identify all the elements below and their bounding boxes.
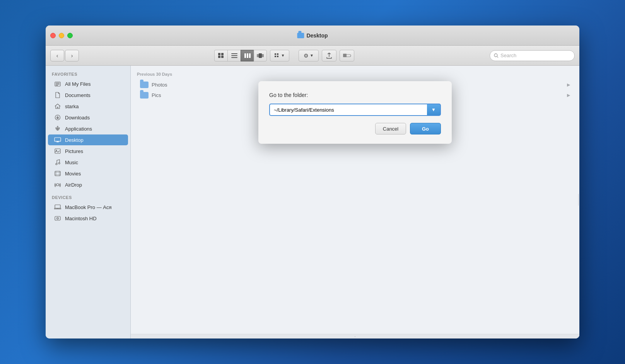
- svg-rect-1: [221, 53, 224, 55]
- svg-rect-7: [244, 53, 246, 58]
- sidebar-item-applications[interactable]: Applications: [48, 123, 128, 134]
- sidebar-item-desktop[interactable]: Desktop: [48, 134, 128, 145]
- column-view-icon: [244, 53, 251, 58]
- svg-rect-4: [231, 53, 237, 54]
- folder-path-input[interactable]: [269, 104, 427, 116]
- sidebar-movies-label: Movies: [65, 171, 81, 177]
- sidebar-item-music[interactable]: Music: [48, 157, 128, 168]
- dropdown-chevron-icon: ▼: [431, 107, 436, 112]
- svg-rect-23: [56, 84, 60, 85]
- toolbar: ‹ ›: [46, 46, 579, 66]
- list-view-button[interactable]: [227, 50, 241, 61]
- airdrop-icon: [54, 181, 61, 188]
- finder-window: Desktop ‹ ›: [46, 26, 579, 338]
- svg-rect-12: [261, 54, 264, 57]
- sidebar-item-airdrop[interactable]: AirDrop: [48, 179, 128, 190]
- cancel-button[interactable]: Cancel: [375, 123, 406, 134]
- sidebar-item-all-my-files[interactable]: All My Files: [48, 78, 128, 89]
- svg-rect-2: [218, 56, 220, 58]
- tag-icon: [343, 53, 351, 59]
- svg-rect-15: [275, 56, 276, 57]
- minimize-button[interactable]: [59, 33, 64, 38]
- sidebar-item-movies[interactable]: Movies: [48, 168, 128, 179]
- gear-dropdown-arrow: ▼: [310, 53, 314, 58]
- sidebar-applications-label: Applications: [65, 126, 92, 132]
- svg-rect-5: [231, 55, 237, 56]
- documents-icon: [54, 92, 61, 99]
- maximize-button[interactable]: [67, 33, 73, 38]
- sidebar-all-my-files-label: All My Files: [65, 81, 91, 87]
- modal-input-row: ▼: [269, 104, 441, 116]
- svg-point-39: [56, 184, 59, 186]
- sidebar-item-downloads[interactable]: Downloads: [48, 112, 128, 123]
- svg-rect-42: [57, 208, 58, 209]
- hd-icon: [54, 215, 61, 222]
- downloads-icon: [54, 114, 61, 121]
- sidebar-hd-label: Macintosh HD: [65, 216, 97, 221]
- sidebar-desktop-label: Desktop: [65, 137, 84, 143]
- search-placeholder: Search: [500, 53, 516, 58]
- svg-line-20: [497, 56, 499, 58]
- svg-rect-0: [218, 53, 220, 55]
- main-area: Favorites All My Files: [46, 66, 579, 338]
- svg-rect-14: [277, 53, 278, 55]
- sidebar-airdrop-label: AirDrop: [65, 182, 82, 188]
- svg-point-33: [58, 163, 60, 164]
- modal-overlay: Go to the folder: ▼ Cancel Go: [131, 66, 579, 338]
- path-dropdown-button[interactable]: ▼: [427, 104, 441, 116]
- sidebar-downloads-label: Downloads: [65, 115, 90, 121]
- svg-rect-24: [56, 85, 58, 86]
- traffic-lights: [50, 33, 73, 38]
- sidebar-item-macintosh-hd[interactable]: Macintosh HD: [48, 213, 128, 224]
- sidebar-item-pictures[interactable]: Pictures: [48, 146, 128, 156]
- sidebar-pictures-label: Pictures: [65, 148, 83, 154]
- tag-button[interactable]: [340, 50, 354, 61]
- all-my-files-icon: [54, 80, 61, 87]
- sidebar-music-label: Music: [65, 160, 78, 165]
- music-icon: [54, 159, 61, 166]
- svg-rect-8: [247, 53, 248, 58]
- grid-view-icon: [218, 53, 224, 58]
- content-area: Previous 30 Days Photos ▶ Pics ▶: [131, 66, 579, 338]
- action-button[interactable]: ⚙ ▼: [299, 50, 319, 61]
- list-view-icon: [231, 53, 237, 58]
- search-box[interactable]: Search: [490, 50, 575, 61]
- movies-icon: [54, 170, 61, 177]
- icon-view-button[interactable]: [214, 50, 227, 61]
- forward-button[interactable]: ›: [65, 50, 79, 61]
- svg-rect-13: [275, 53, 276, 55]
- share-button[interactable]: [322, 50, 336, 61]
- coverflow-icon: [257, 53, 264, 58]
- svg-point-19: [494, 54, 497, 57]
- pictures-icon: [54, 148, 61, 155]
- sidebar-item-starka[interactable]: starka: [48, 101, 128, 112]
- go-to-folder-modal: Go to the folder: ▼ Cancel Go: [258, 81, 452, 144]
- go-button[interactable]: Go: [410, 123, 441, 134]
- macbook-icon: [54, 204, 61, 211]
- svg-rect-29: [56, 141, 59, 142]
- forward-icon: ›: [71, 53, 73, 59]
- dropdown-arrow-icon: ▼: [281, 53, 285, 58]
- sidebar-item-documents[interactable]: Documents: [48, 90, 128, 100]
- close-button[interactable]: [50, 33, 56, 38]
- svg-rect-22: [56, 83, 60, 83]
- svg-rect-9: [249, 53, 251, 58]
- sidebar-documents-label: Documents: [65, 92, 91, 98]
- sidebar-starka-label: starka: [65, 104, 79, 109]
- window-title: Desktop: [306, 32, 328, 39]
- column-view-button[interactable]: [241, 50, 254, 61]
- svg-point-45: [57, 218, 58, 219]
- desktop-icon: [54, 136, 61, 143]
- coverflow-view-button[interactable]: [254, 50, 267, 61]
- group-by-button[interactable]: ▼: [270, 50, 289, 61]
- nav-buttons: ‹ ›: [50, 50, 79, 61]
- view-buttons: [214, 50, 267, 61]
- home-icon: [54, 103, 61, 110]
- svg-rect-40: [55, 205, 60, 208]
- svg-rect-16: [277, 56, 278, 57]
- sidebar-macbook-label: MacBook Pro — Ася: [65, 204, 111, 210]
- svg-rect-30: [55, 149, 60, 153]
- svg-rect-6: [231, 57, 237, 58]
- sidebar-item-macbook[interactable]: MacBook Pro — Ася: [48, 202, 128, 213]
- back-button[interactable]: ‹: [50, 50, 64, 61]
